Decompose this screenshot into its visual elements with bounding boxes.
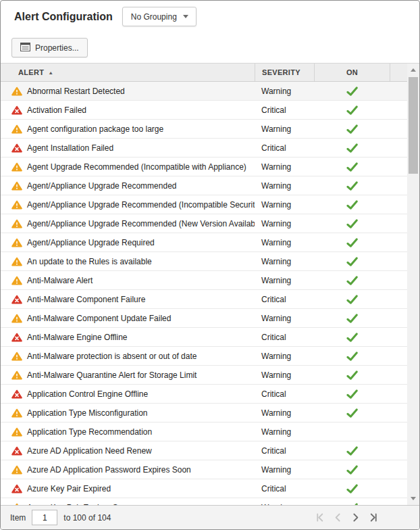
first-page-button[interactable]: [315, 512, 326, 523]
alert-cell: Application Type Misconfiguration: [1, 408, 255, 418]
table-row[interactable]: An update to the Rules is available Warn…: [1, 252, 407, 271]
on-cell: [314, 352, 390, 361]
table-row[interactable]: Azure Key Pair Expires Soon Warning: [1, 498, 407, 505]
on-check-icon[interactable]: [346, 503, 358, 506]
on-check-icon[interactable]: [346, 408, 358, 418]
on-check-icon[interactable]: [346, 389, 358, 399]
table-row[interactable]: Agent Installation Failed Critical: [1, 139, 407, 158]
page-number-input[interactable]: [32, 510, 57, 525]
on-check-icon[interactable]: [346, 314, 358, 323]
on-check-icon[interactable]: [346, 162, 358, 172]
on-check-icon[interactable]: [346, 352, 358, 361]
warning-icon: [11, 276, 22, 285]
table-row[interactable]: Application Type Recommendation Warning: [1, 423, 407, 441]
table-row[interactable]: Activation Failed Critical: [1, 101, 407, 120]
alert-cell: Activation Failed: [1, 105, 255, 115]
table-row[interactable]: Agent/Appliance Upgrade Recommended (New…: [1, 214, 407, 233]
table-row[interactable]: Application Type Misconfiguration Warnin…: [1, 404, 407, 423]
on-cell: [314, 219, 390, 228]
alert-name: Anti-Malware protection is absent or out…: [27, 352, 196, 361]
column-header-alert[interactable]: ALERT ▲: [1, 64, 255, 81]
critical-icon: [11, 105, 22, 115]
severity-cell: Critical: [255, 105, 314, 115]
severity-value: Critical: [261, 143, 286, 153]
warning-icon: [11, 465, 22, 475]
on-cell: [314, 370, 390, 380]
scroll-up-icon: [411, 68, 416, 72]
on-check-icon[interactable]: [346, 181, 358, 191]
table-row[interactable]: Azure Key Pair Expired Critical: [1, 479, 407, 498]
alert-cell: Anti-Malware Component Failure: [1, 295, 255, 304]
on-check-icon[interactable]: [346, 143, 358, 153]
alert-name: Agent Upgrade Recommended (Incompatible …: [27, 162, 246, 172]
on-cell: [314, 200, 390, 210]
properties-button[interactable]: Properties...: [11, 38, 88, 57]
severity-value: Warning: [261, 352, 291, 361]
column-header-on[interactable]: ON: [314, 64, 390, 81]
warning-icon: [11, 503, 22, 506]
on-check-icon[interactable]: [346, 87, 358, 96]
table-row[interactable]: Anti-Malware Quarantine Alert for Storag…: [1, 366, 407, 385]
severity-cell: Warning: [255, 465, 314, 475]
grouping-dropdown[interactable]: No Grouping: [122, 7, 196, 26]
alert-configuration-panel: Alert Configuration No Grouping Properti…: [0, 0, 420, 530]
pagination-bar: Item to 100 of 104: [1, 505, 419, 529]
alert-cell: Azure Key Pair Expired: [1, 484, 255, 493]
critical-icon: [11, 143, 22, 153]
on-check-icon[interactable]: [346, 465, 358, 475]
table-row[interactable]: Agent configuration package too large Wa…: [1, 120, 407, 139]
on-check-icon[interactable]: [346, 124, 358, 134]
warning-icon: [11, 408, 22, 418]
panel-header: Alert Configuration No Grouping: [1, 1, 419, 32]
table-row[interactable]: Agent Upgrade Recommended (Incompatible …: [1, 158, 407, 176]
table-row[interactable]: Anti-Malware Engine Offline Critical: [1, 328, 407, 347]
severity-value: Warning: [261, 162, 291, 172]
severity-value: Warning: [261, 427, 291, 437]
table-row[interactable]: Anti-Malware Alert Warning: [1, 271, 407, 290]
severity-cell: Critical: [255, 484, 314, 493]
alert-cell: Anti-Malware Component Update Failed: [1, 314, 255, 323]
alert-cell: Anti-Malware Engine Offline: [1, 333, 255, 342]
severity-cell: Warning: [255, 238, 314, 247]
table-row[interactable]: Azure AD Application Need Renew Critical: [1, 441, 407, 460]
on-cell: [314, 87, 390, 96]
table-row[interactable]: Agent/Appliance Upgrade Required Warning: [1, 233, 407, 252]
table-row[interactable]: Anti-Malware Component Failure Critical: [1, 290, 407, 309]
on-check-icon[interactable]: [346, 238, 358, 247]
column-header-severity[interactable]: SEVERITY: [255, 64, 314, 81]
on-check-icon[interactable]: [346, 295, 358, 304]
table-row[interactable]: Anti-Malware protection is absent or out…: [1, 347, 407, 366]
on-cell: [314, 295, 390, 304]
scroll-down-button[interactable]: [407, 493, 419, 504]
previous-page-button[interactable]: [332, 512, 344, 523]
on-check-icon[interactable]: [346, 105, 358, 115]
alert-name: Abnormal Restart Detected: [27, 87, 125, 96]
table-row[interactable]: Anti-Malware Component Update Failed War…: [1, 309, 407, 328]
scrollbar-thumb[interactable]: [409, 77, 418, 174]
on-check-icon[interactable]: [346, 484, 358, 493]
on-check-icon[interactable]: [346, 219, 358, 228]
alert-cell: Agent/Appliance Upgrade Recommended (New…: [1, 219, 255, 228]
table-row[interactable]: Abnormal Restart Detected Warning: [1, 82, 407, 101]
warning-icon: [11, 162, 22, 172]
scroll-up-button[interactable]: [407, 65, 419, 75]
next-page-button[interactable]: [350, 512, 361, 523]
alert-name: Azure Key Pair Expired: [27, 484, 111, 493]
on-check-icon[interactable]: [346, 333, 358, 342]
on-check-icon[interactable]: [346, 446, 358, 456]
on-check-icon[interactable]: [346, 257, 358, 266]
vertical-scrollbar: [407, 64, 419, 505]
properties-icon: [20, 43, 30, 53]
table-row[interactable]: Azure AD Application Password Expires So…: [1, 460, 407, 479]
warning-icon: [11, 238, 22, 247]
table-row[interactable]: Agent/Appliance Upgrade Recommended Warn…: [1, 176, 407, 195]
warning-icon: [11, 257, 22, 266]
alerts-table: ALERT ▲ SEVERITY ON: [1, 63, 419, 505]
on-check-icon[interactable]: [346, 276, 358, 285]
table-row[interactable]: Agent/Appliance Upgrade Recommended (Inc…: [1, 195, 407, 214]
last-page-button[interactable]: [367, 512, 379, 523]
item-label: Item: [10, 513, 26, 523]
on-check-icon[interactable]: [346, 370, 358, 380]
table-row[interactable]: Application Control Engine Offline Criti…: [1, 385, 407, 404]
on-check-icon[interactable]: [346, 200, 358, 210]
